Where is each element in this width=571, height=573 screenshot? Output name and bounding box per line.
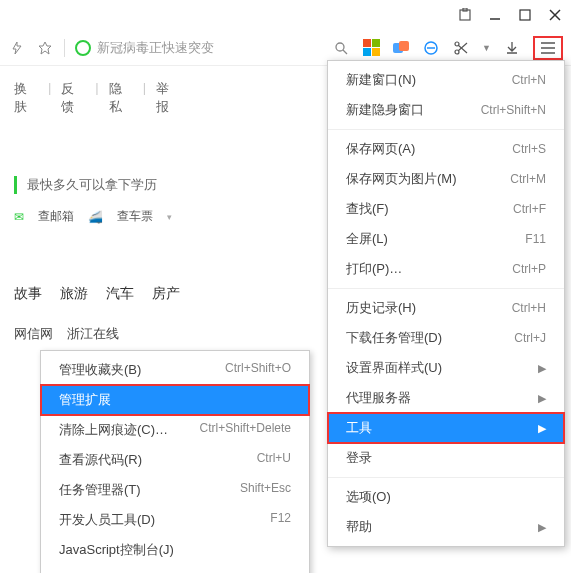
menu-downloads[interactable]: 下载任务管理(D)Ctrl+J [328,323,564,353]
submenu-js-console[interactable]: JavaScript控制台(J) [41,535,309,565]
address-bar[interactable]: 新冠病毒正快速突变 [75,39,322,57]
address-hint: 新冠病毒正快速突变 [97,39,214,57]
menu-incognito[interactable]: 新建隐身窗口Ctrl+Shift+N [328,95,564,125]
star-icon[interactable] [36,39,54,57]
menu-history[interactable]: 历史记录(H)Ctrl+H [328,293,564,323]
menu-fullscreen[interactable]: 全屏(L)F11 [328,224,564,254]
menu-divider [328,129,564,130]
main-menu-button[interactable] [533,36,563,60]
left-column: 换肤| 反馈| 隐私| 举报 最快多久可以拿下学历 ✉ 查邮箱 🚄 查车票 ▾ … [0,66,180,383]
link-report[interactable]: 举报 [156,80,180,116]
main-menu: 新建窗口(N)Ctrl+N 新建隐身窗口Ctrl+Shift+N 保存网页(A)… [327,60,565,547]
submenu-task-manager[interactable]: 任务管理器(T)Shift+Esc [41,475,309,505]
submenu-bookmarks[interactable]: 管理收藏夹(B)Ctrl+Shift+O [41,355,309,385]
menu-new-window[interactable]: 新建窗口(N)Ctrl+N [328,65,564,95]
menu-divider [328,288,564,289]
submenu-view-source[interactable]: 查看源代码(R)Ctrl+U [41,445,309,475]
svg-point-6 [336,43,344,51]
flash-icon[interactable] [8,39,26,57]
window-titlebar [0,0,571,30]
menu-divider [328,477,564,478]
submenu-clear-data[interactable]: 清除上网痕迹(C)…Ctrl+Shift+Delete [41,415,309,445]
svg-rect-3 [520,10,530,20]
category-row: 故事 旅游 汽车 房产 [14,285,180,303]
scissors-icon[interactable] [452,39,470,57]
separator [64,39,65,57]
submenu-devtools[interactable]: 开发人员工具(D)F12 [41,505,309,535]
cat-house[interactable]: 房产 [152,285,180,303]
menu-save-as-image[interactable]: 保存网页为图片(M)Ctrl+M [328,164,564,194]
site-links: 网信网 浙江在线 [14,325,180,343]
top-links: 换肤| 反馈| 隐私| 举报 [14,80,180,116]
link-zhejiang[interactable]: 浙江在线 [67,325,119,343]
link-privacy[interactable]: 隐私 [109,80,133,116]
extension-icon[interactable] [457,7,473,23]
chevron-right-icon: ▶ [538,362,546,375]
cat-travel[interactable]: 旅游 [60,285,88,303]
check-mail-link[interactable]: 查邮箱 [38,208,74,225]
cat-car[interactable]: 汽车 [106,285,134,303]
dropdown-caret-icon[interactable]: ▼ [482,43,491,53]
menu-login[interactable]: 登录 [328,443,564,473]
search-icon[interactable] [332,39,350,57]
chevron-right-icon: ▶ [538,422,546,435]
promo-text[interactable]: 最快多久可以拿下学历 [14,176,180,194]
menu-help[interactable]: 帮助▶ [328,512,564,542]
cat-story[interactable]: 故事 [14,285,42,303]
link-wangxin[interactable]: 网信网 [14,325,53,343]
maximize-icon[interactable] [517,7,533,23]
menu-options[interactable]: 选项(O) [328,482,564,512]
translate-icon[interactable] [392,39,410,57]
svg-rect-9 [399,41,409,51]
submenu-extensions[interactable]: 管理扩展 [41,385,309,415]
minimize-icon[interactable] [487,7,503,23]
check-ticket-link[interactable]: 查车票 [117,208,153,225]
chevron-right-icon: ▶ [538,521,546,534]
link-skin[interactable]: 换肤 [14,80,38,116]
menu-proxy[interactable]: 代理服务器▶ [328,383,564,413]
download-icon[interactable] [503,39,521,57]
menu-find[interactable]: 查找(F)Ctrl+F [328,194,564,224]
caret-icon: ▾ [167,212,172,222]
toolbar-right: ▼ [332,36,563,60]
apps-icon[interactable] [362,39,380,57]
site-icon [75,40,91,56]
adblock-icon[interactable] [422,39,440,57]
close-icon[interactable] [547,7,563,23]
svg-line-7 [343,50,347,54]
menu-print[interactable]: 打印(P)…Ctrl+P [328,254,564,284]
mail-row: ✉ 查邮箱 🚄 查车票 ▾ [14,208,180,225]
menu-save-page[interactable]: 保存网页(A)Ctrl+S [328,134,564,164]
menu-ui-style[interactable]: 设置界面样式(U)▶ [328,353,564,383]
tools-submenu: 管理收藏夹(B)Ctrl+Shift+O 管理扩展 清除上网痕迹(C)…Ctrl… [40,350,310,573]
submenu-internet-options[interactable]: Internet选项 [41,565,309,573]
menu-tools[interactable]: 工具▶ [328,413,564,443]
mail-icon: ✉ [14,210,24,224]
chevron-right-icon: ▶ [538,392,546,405]
train-icon: 🚄 [88,210,103,224]
link-feedback[interactable]: 反馈 [61,80,85,116]
